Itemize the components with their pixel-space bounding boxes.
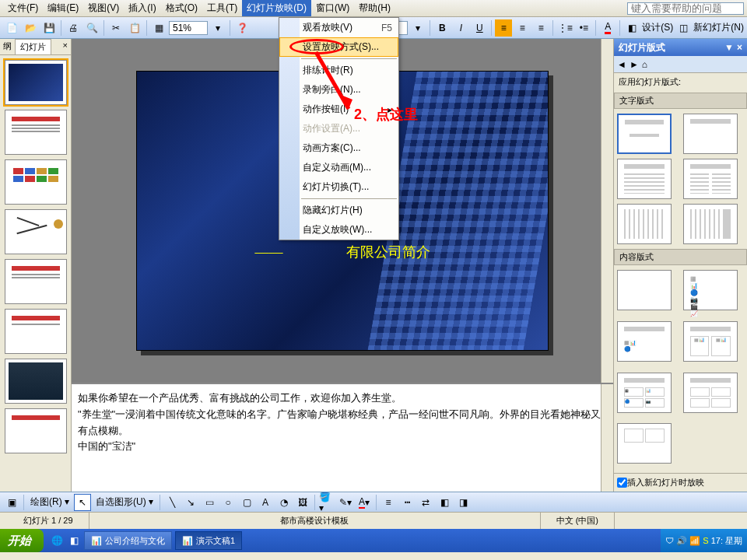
notes-pane[interactable]: 如果你希望在一个产品优秀、富有挑战的公司工作，欢迎你加入养生堂。 "养生堂"一浸…: [72, 383, 613, 492]
layout-title-only[interactable]: [683, 114, 738, 154]
panel-close-icon[interactable]: ×: [60, 39, 71, 54]
task-pane-close-icon[interactable]: ×: [737, 42, 742, 53]
menu-rehearse[interactable]: 排练计时(R): [279, 61, 398, 80]
menu-view[interactable]: 视图(V): [83, 0, 124, 16]
tray-icon-3[interactable]: 📶: [689, 536, 700, 546]
italic-icon[interactable]: I: [452, 19, 469, 37]
line-color-icon[interactable]: ✎▾: [337, 494, 354, 511]
menu-slide-transition[interactable]: 幻灯片切换(T)...: [279, 177, 398, 197]
new-slide-icon[interactable]: ◫: [675, 19, 692, 37]
3d-icon[interactable]: ◨: [454, 494, 472, 511]
slide-scrollbar[interactable]: [601, 39, 613, 383]
layout-content-4[interactable]: ▦📊🔵📷: [617, 373, 672, 413]
wordart-icon[interactable]: A: [257, 494, 274, 511]
zoom-dropdown-icon[interactable]: ▾: [209, 19, 226, 37]
slide-thumb-8[interactable]: [5, 408, 67, 453]
slide-thumb-5[interactable]: [5, 259, 67, 304]
layout-content-5[interactable]: [683, 373, 738, 413]
menu-help[interactable]: 帮助(H): [354, 0, 395, 16]
layout-two-column[interactable]: [683, 159, 738, 199]
tray-icon-4[interactable]: S: [703, 536, 708, 545]
rectangle-icon[interactable]: ▭: [201, 494, 218, 511]
fill-color-icon[interactable]: 🪣▾: [318, 494, 335, 511]
layout-title-slide[interactable]: [617, 114, 672, 154]
layout-blank[interactable]: [617, 270, 672, 310]
new-slide-button[interactable]: 新幻灯片(N): [693, 21, 744, 34]
menu-animation-schemes[interactable]: 动画方案(C)...: [279, 138, 398, 158]
align-right-icon[interactable]: ≡: [532, 19, 549, 37]
taskbar-task-2[interactable]: 📊演示文稿1: [175, 531, 242, 550]
menu-insert[interactable]: 插入(I): [124, 0, 160, 16]
start-button[interactable]: 开始: [0, 529, 44, 552]
select-arrow-icon[interactable]: ↖: [74, 494, 91, 511]
cut-icon[interactable]: ✂: [107, 19, 124, 37]
menu-setup-show[interactable]: 设置放映方式(S)...: [279, 37, 398, 57]
menu-slideshow[interactable]: 幻灯片放映(D): [242, 0, 311, 16]
quick-launch-icon[interactable]: 🌐: [48, 532, 65, 549]
line-style-icon[interactable]: ≡: [380, 494, 397, 511]
dash-style-icon[interactable]: ┅: [398, 494, 416, 511]
nav-back-icon[interactable]: ◄: [617, 59, 626, 70]
design-icon[interactable]: ◧: [623, 19, 640, 37]
menu-file[interactable]: 文件(F): [3, 0, 43, 16]
font-dropdown-icon[interactable]: ▾: [409, 19, 426, 37]
clipart-icon[interactable]: 🖼: [294, 494, 311, 511]
slide-thumb-1[interactable]: [5, 60, 67, 105]
autoshapes-button[interactable]: 自选图形(U) ▾: [93, 495, 156, 509]
layout-content-2[interactable]: ▦📊🔵: [617, 321, 672, 362]
bold-icon[interactable]: B: [433, 19, 451, 37]
menu-format[interactable]: 格式(O): [161, 0, 202, 16]
align-center-icon[interactable]: ≡: [514, 19, 531, 37]
save-icon[interactable]: 💾: [40, 19, 58, 37]
print-icon[interactable]: 🖨: [65, 19, 82, 37]
underline-icon[interactable]: U: [471, 19, 488, 37]
slide-thumb-6[interactable]: [5, 309, 67, 354]
menu-record-narration[interactable]: 录制旁白(N)...: [279, 80, 398, 100]
slide-thumbnail-panel[interactable]: 纲 幻灯片 ×: [0, 39, 72, 492]
numbering-icon[interactable]: ⋮≡: [556, 19, 573, 37]
shadow-icon[interactable]: ◧: [436, 494, 453, 511]
tray-icon-1[interactable]: 🛡: [665, 536, 674, 545]
view-normal-icon[interactable]: ▣: [3, 494, 20, 511]
diagram-icon[interactable]: ◔: [275, 494, 293, 511]
menu-custom-animation[interactable]: 自定义动画(M)...: [279, 158, 398, 177]
textbox-icon[interactable]: ▢: [238, 494, 255, 511]
draw-menu-button[interactable]: 绘图(R) ▾: [27, 495, 72, 509]
layout-vertical-text[interactable]: [617, 204, 672, 244]
tray-icon-2[interactable]: 🔊: [676, 536, 687, 546]
align-left-icon[interactable]: ≡: [495, 19, 512, 37]
system-tray[interactable]: 🛡 🔊 📶 S 17: 星期: [661, 529, 747, 552]
notes-line-3[interactable]: 中国的"宝洁": [78, 439, 607, 455]
task-pane-dropdown-icon[interactable]: ▼: [724, 42, 734, 53]
slide-thumb-7[interactable]: [5, 359, 67, 404]
show-on-insert-checkbox[interactable]: [617, 478, 627, 488]
table-icon[interactable]: ▦: [150, 19, 167, 37]
preview-icon[interactable]: 🔍: [83, 19, 100, 37]
menu-edit[interactable]: 编辑(E): [43, 0, 83, 16]
menu-tools[interactable]: 工具(T): [202, 0, 242, 16]
notes-line-2[interactable]: "养生堂"一浸润着中国传统文化意味的名字。广告家喻户晓堪称经典，产品一经问世不同…: [78, 407, 607, 439]
taskbar-task-1[interactable]: 📊公司介绍与文化: [84, 531, 172, 550]
menu-hide-slide[interactable]: 隐藏幻灯片(H): [279, 201, 398, 220]
line-icon[interactable]: ╲: [163, 494, 181, 511]
layout-title-text[interactable]: [617, 159, 672, 199]
oval-icon[interactable]: ○: [219, 494, 237, 511]
slide-thumb-4[interactable]: [5, 209, 67, 254]
paste-icon[interactable]: 📋: [126, 19, 143, 37]
help-icon[interactable]: ❓: [233, 19, 251, 37]
arrow-icon[interactable]: ↘: [182, 494, 199, 511]
notes-scrollbar[interactable]: [601, 384, 613, 492]
menu-action-buttons[interactable]: 动作按钮(I)▸: [279, 100, 398, 119]
menu-window[interactable]: 窗口(W): [311, 0, 354, 16]
tab-outline[interactable]: 纲: [0, 39, 15, 54]
quick-launch-icon-2[interactable]: ◧: [65, 532, 82, 549]
zoom-combo[interactable]: 51%: [169, 21, 208, 35]
font-color-icon-2[interactable]: A▾: [356, 494, 373, 511]
new-file-icon[interactable]: 📄: [3, 19, 20, 37]
design-button[interactable]: 设计(S): [642, 21, 673, 34]
slide-subtitle-text[interactable]: —— 有限公司简介: [255, 243, 430, 261]
nav-forward-icon[interactable]: ►: [630, 59, 639, 70]
arrow-style-icon[interactable]: ⇄: [417, 494, 434, 511]
layout-content-3[interactable]: ▦📊▦📊: [683, 321, 738, 362]
tab-slides[interactable]: 幻灯片: [15, 39, 51, 54]
